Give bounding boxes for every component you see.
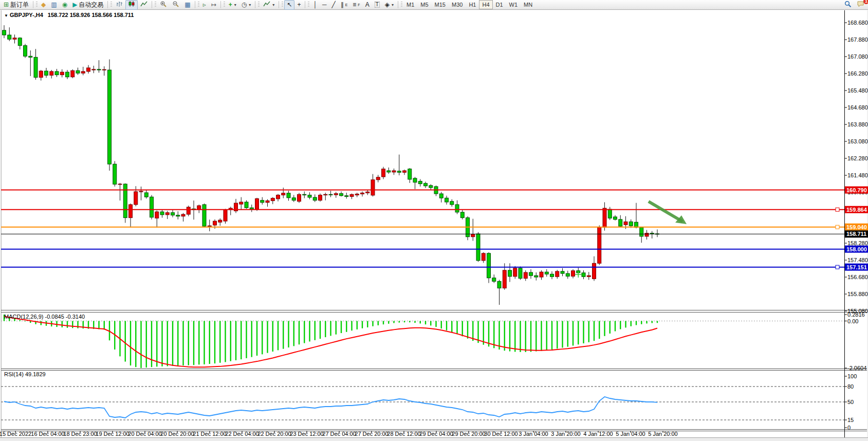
candle-body [439,194,443,198]
fibonacci-button[interactable]: ≡F [350,0,362,10]
text-label-button[interactable]: T [372,0,382,10]
time-axis-label: 21 Dec 12:00 [193,431,226,437]
zoom-in-button[interactable] [157,0,170,10]
price-line-axis-label: 160.790 [846,187,867,193]
zoom-out-glyph [172,1,179,9]
candle-body [650,233,654,234]
new-order-button[interactable]: ⊞新订单 [1,0,31,10]
trendline-button[interactable]: ╱ [329,0,338,10]
new-order-button-label: 新订单 [10,1,29,9]
bar-chart-button[interactable] [113,0,125,10]
time-axis-label: 4 Jan 12:00 [583,431,613,437]
time-axis-label: 29 Dec 04:00 [419,431,453,437]
tile-windows-glyph: ▦ [184,2,190,8]
candlestick-chart-button[interactable] [125,0,138,10]
timeframe-button-M15[interactable]: M15 [432,0,449,9]
indicator-templates-button[interactable]: ▾ [261,0,277,10]
dropdown-caret-icon[interactable]: ▾ [272,3,274,7]
timeframe-button-M30[interactable]: M30 [449,0,466,9]
candle-body [345,196,348,197]
candle-body [208,226,211,226]
line-handle[interactable] [836,208,839,211]
arrows-glyph: ◈ [385,2,390,8]
candle-body [202,205,206,226]
price-axis-tick-label: 162.280 [847,155,868,161]
toolbar-grip [155,2,156,8]
dropdown-caret-icon[interactable]: ▾ [392,3,394,7]
timeframe-button-M5[interactable]: M5 [417,0,431,9]
rsi-indicator-label: RSI(14) 49.1829 [4,371,46,377]
candle-body [629,222,633,226]
candle-body [418,181,422,184]
candle-body [492,278,496,282]
add-indicator-glyph: + [229,2,232,8]
candle-body [261,200,264,203]
notifications-icon[interactable]: 1 [854,0,867,10]
periods-button[interactable]: ◷▾ [239,0,254,10]
market-watch-icon[interactable]: ▥ [48,0,59,10]
auto-trading-glyph: ▶ [72,2,77,8]
search-icon[interactable] [842,0,854,10]
vertical-line-button[interactable]: │ [310,0,320,10]
auto-scroll-button[interactable]: ▹ [200,0,209,10]
chart-canvas: 168.680167.880167.080166.280165.480164.6… [0,0,868,441]
equidistant-channel-button[interactable]: ∥E [338,0,350,10]
candle-body [413,178,417,182]
timeframe-button-H1[interactable]: H1 [466,0,479,9]
candle-body [213,221,217,225]
line-handle[interactable] [836,265,839,269]
mt4-window: ⊞新订单◆▥◉▶自动交易▦▹↦+▾◷▾▾↖+│─╱∥E≡FAT◈▾M1M5M15… [0,0,868,441]
dropdown-caret-icon[interactable]: ▾ [249,3,251,7]
candle-body [429,186,433,188]
price-axis-tick-label: 168.680 [847,20,868,26]
horizontal-line-button[interactable]: ─ [320,0,329,10]
line-chart-button[interactable] [138,0,150,10]
dropdown-caret-icon[interactable]: ▾ [234,3,236,7]
toolbar-separator [398,1,398,8]
timeframe-button-H4[interactable]: H4 [479,0,492,9]
add-indicator-button[interactable]: +▾ [226,0,239,10]
candle-body [197,206,201,210]
candle-body [134,192,138,205]
timeframe-button-MN[interactable]: MN [521,0,535,9]
candle-body [387,171,391,172]
crosshair-button[interactable]: + [294,0,303,10]
timeframe-button-M1[interactable]: M1 [403,0,417,9]
price-axis-tick-label: 167.080 [847,53,868,60]
auto-trading-button[interactable]: ▶自动交易 [70,0,106,10]
candlestick-chart-glyph [128,1,135,9]
arrows-button[interactable]: ◈▾ [382,0,396,10]
candle-body [529,272,533,275]
chart-client-area [1,10,867,437]
time-axis-label: 19 Dec 12:00 [96,431,129,437]
time-axis-label: 27 Dec 04:00 [322,431,356,437]
candle-body [497,281,501,288]
timeframe-button-W1[interactable]: W1 [506,0,521,9]
auto-trading-button-label: 自动交易 [79,1,103,9]
candle-body [298,194,301,201]
time-axis-label: 22 Dec 04:00 [225,431,258,437]
candle-body [382,169,385,177]
zoom-out-button[interactable] [170,0,182,10]
text-button[interactable]: A [363,0,372,10]
tile-windows-button[interactable]: ▦ [182,0,193,10]
price-line-axis-label: 157.151 [846,264,867,270]
candle-body [255,198,259,209]
indicator-templates-glyph [263,1,270,9]
candle-body [350,194,354,196]
chart-shift-button[interactable]: ↦ [209,0,219,10]
toolbar-separator [107,1,108,8]
timeframe-button-D1[interactable]: D1 [493,0,506,9]
line-handle[interactable] [836,225,839,229]
cursor-button[interactable]: ↖ [284,0,294,10]
candle-body [424,183,428,186]
macd-axis-tick-label: 0.00 [847,318,858,324]
templates-icon[interactable]: ◆ [39,0,48,10]
candle-body [371,180,375,195]
rsi-axis-tick-label: 100 [847,373,857,379]
chart-title-dropdown-icon[interactable]: ▼ [4,13,8,18]
vertical-line-glyph: │ [313,2,317,8]
price-line-axis-label: 158.711 [846,231,866,237]
signals-icon[interactable]: ◉ [60,0,70,10]
toolbar-separator [255,1,255,8]
